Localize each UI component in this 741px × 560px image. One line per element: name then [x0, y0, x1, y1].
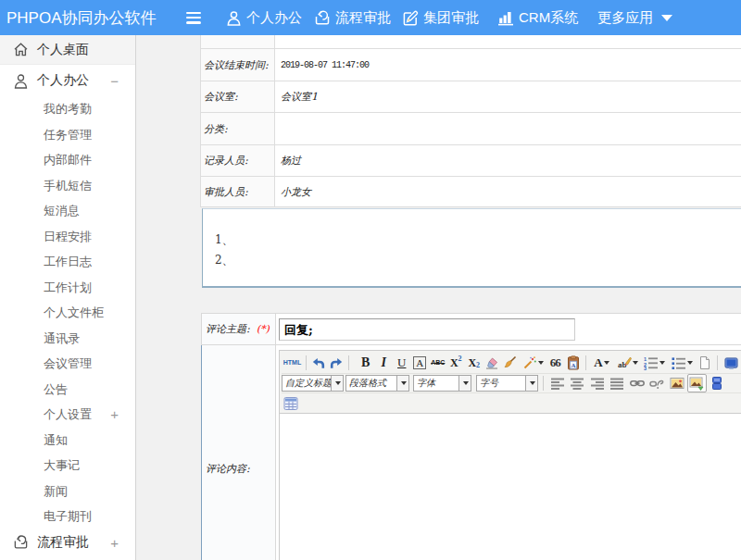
sidebar-item-personal-office[interactable]: 个人办公 − — [0, 65, 135, 96]
comment-content-label: 评论内容: — [206, 462, 250, 476]
sidebar-item-work-plan[interactable]: 工作计划 — [0, 275, 135, 301]
toolbar-separator — [306, 355, 307, 370]
font-size-select[interactable]: 字号 — [476, 375, 538, 392]
dropdown-caret-icon — [633, 361, 638, 365]
edit-icon — [403, 10, 419, 26]
font-family-select[interactable]: 字体 — [413, 375, 471, 392]
blockquote-button[interactable]: 66 — [546, 354, 565, 372]
top-navigation: 个人办公 流程审批 集团审批 CRM系统 更多应用 — [201, 9, 672, 27]
toolbar-separator — [543, 376, 544, 391]
align-center-button[interactable] — [568, 374, 588, 392]
comment-subject-input[interactable]: 回复; — [279, 318, 575, 341]
nav-group-approval[interactable]: 集团审批 — [403, 9, 479, 27]
nav-workflow-approval[interactable]: 流程审批 — [314, 9, 391, 27]
table-row-recorder: 记录人员: 杨过 — [201, 145, 741, 177]
magic-wand-button[interactable] — [520, 354, 546, 372]
svg-text:A: A — [571, 362, 575, 369]
expand-plus-icon[interactable]: + — [110, 534, 119, 550]
editor-toolbar: HTML B I U A ABC X2 X2 — [280, 351, 741, 414]
insert-media-button[interactable] — [707, 374, 727, 392]
strikethrough-button[interactable]: ABC — [429, 354, 447, 372]
workflow-icon — [314, 9, 331, 26]
field-value-cell: 小龙女 — [275, 177, 741, 206]
sidebar-item-contacts[interactable]: 通讯录 — [0, 326, 135, 352]
sidebar-item-workflow-approval[interactable]: 流程审批 + — [0, 529, 135, 555]
sidebar-item-personal-settings[interactable]: 个人设置+ — [0, 402, 135, 428]
superscript-button[interactable]: X2 — [447, 354, 466, 372]
font-style-button[interactable]: A — [411, 354, 430, 372]
insert-link-button[interactable] — [627, 374, 647, 392]
justify-button[interactable] — [608, 374, 628, 392]
insert-table-button[interactable] — [282, 394, 300, 413]
paragraph-format-select[interactable]: 段落格式 — [345, 375, 409, 392]
sidebar-item-file-cabinet[interactable]: 个人文件柜 — [0, 300, 135, 326]
sidebar-item-desktop[interactable]: 个人桌面 — [0, 35, 135, 65]
heading-style-select[interactable]: 自定义标题 — [282, 375, 344, 392]
content-line: 1、 — [215, 230, 741, 250]
nav-more-apps[interactable]: 更多应用 — [597, 9, 672, 27]
sidebar-item-schedule[interactable]: 日程安排 — [0, 224, 135, 250]
select-arrow-button[interactable] — [331, 376, 343, 391]
sidebar-item-news[interactable]: 新闻 — [0, 479, 135, 504]
expand-plus-icon[interactable]: + — [110, 402, 119, 428]
sidebar-item-events[interactable]: 大事记 — [0, 453, 135, 479]
sidebar-item-meetings[interactable]: 会议管理 — [0, 351, 135, 377]
app-logo-title: PHPOA协同办公软件 — [0, 7, 180, 29]
align-right-button[interactable] — [587, 374, 608, 392]
sidebar-item-mail[interactable]: 内部邮件 — [0, 147, 135, 173]
align-left-button[interactable] — [547, 374, 568, 392]
highlight-color-button[interactable]: ab — [615, 354, 641, 372]
comment-content-row: 评论内容: HTML B I U A — [201, 345, 741, 560]
field-value: 会议室1 — [281, 90, 318, 104]
dropdown-caret-icon — [659, 361, 665, 365]
field-value-cell: 杨过 — [275, 145, 741, 176]
sidebar-item-announcements[interactable]: 公告 — [0, 377, 135, 403]
main-content: 会议结束时间: 2019-08-07 11:47:00 会议室: 会议室1 分类… — [137, 35, 741, 560]
toolbar-separator — [585, 355, 586, 370]
bold-button[interactable]: B — [357, 354, 375, 372]
format-brush-button[interactable] — [501, 354, 520, 372]
toolbar-separator — [348, 355, 349, 370]
home-icon — [13, 42, 29, 57]
select-arrow-button[interactable] — [525, 376, 537, 391]
new-document-button[interactable] — [697, 354, 715, 372]
comment-subject-row: 评论主题: (*) 回复; — [201, 314, 741, 345]
source-code-button[interactable]: HTML — [282, 354, 303, 372]
remove-link-button[interactable] — [647, 374, 668, 392]
editor-content-area[interactable] — [280, 414, 741, 560]
redo-button[interactable] — [328, 354, 346, 372]
upload-image-button[interactable] — [687, 374, 708, 392]
sidebar-item-work-log[interactable]: 工作日志 — [0, 249, 135, 275]
sidebar-item-tasks[interactable]: 任务管理 — [0, 122, 135, 148]
remove-format-eraser-button[interactable] — [484, 354, 502, 372]
italic-button[interactable]: I — [375, 354, 394, 372]
sidebar-item-short-message[interactable]: 短消息 — [0, 198, 135, 224]
sidebar-item-notifications[interactable]: 通知 — [0, 428, 135, 454]
sidebar-item-sms[interactable]: 手机短信 — [0, 173, 135, 199]
underline-button[interactable]: U — [393, 354, 411, 372]
required-mark: (*) — [257, 323, 270, 335]
sidebar-item-journal[interactable]: 电子期刊 — [0, 504, 135, 529]
content-line: 2、 — [215, 250, 741, 270]
sidebar-item-attendance[interactable]: 我的考勤 — [0, 96, 135, 122]
dropdown-caret-icon — [335, 381, 341, 385]
select-arrow-button[interactable] — [396, 376, 408, 391]
collapse-minus-icon[interactable]: − — [110, 73, 119, 89]
hamburger-menu-icon[interactable] — [186, 12, 201, 24]
ordered-list-button[interactable]: 123 — [641, 354, 669, 372]
field-label: 审批人员: — [204, 185, 248, 199]
insert-image-button[interactable] — [667, 374, 687, 392]
nav-personal-office[interactable]: 个人办公 — [226, 9, 302, 27]
nav-crm-system[interactable]: CRM系统 — [497, 9, 578, 27]
paste-as-text-button[interactable]: A — [564, 354, 583, 372]
field-label: 记录人员: — [204, 154, 248, 168]
table-row-partial — [201, 35, 741, 49]
font-color-button[interactable]: A — [589, 354, 615, 372]
unordered-list-button[interactable] — [669, 354, 697, 372]
table-row-category: 分类: — [201, 113, 741, 145]
person-icon — [226, 10, 242, 26]
undo-button[interactable] — [309, 354, 328, 372]
select-arrow-button[interactable] — [458, 376, 471, 391]
subscript-button[interactable]: X2 — [465, 354, 484, 372]
fullscreen-button[interactable] — [722, 354, 741, 372]
